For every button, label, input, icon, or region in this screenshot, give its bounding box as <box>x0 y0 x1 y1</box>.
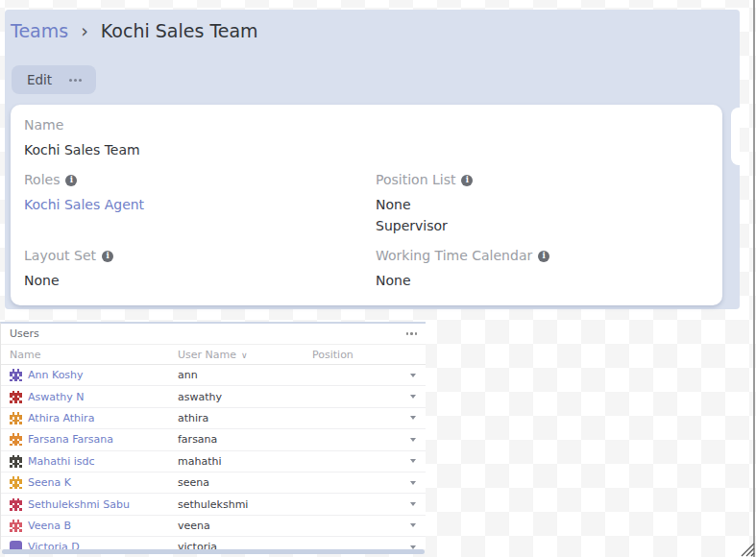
avatar <box>10 433 22 446</box>
roles-field-label: Roles <box>24 172 60 188</box>
username-cell: sethulekshmi <box>178 498 312 511</box>
role-link[interactable]: Kochi Sales Agent <box>24 197 144 212</box>
row-dropdown-caret-icon[interactable] <box>410 395 416 399</box>
avatar <box>10 541 22 549</box>
user-name-cell: Farsana Farsana <box>10 433 178 446</box>
page-title: Kochi Sales Team <box>101 20 258 41</box>
users-table-header: Name User Name∨ Position <box>1 345 426 365</box>
table-row: Athira Athiraathira <box>1 408 426 429</box>
row-dropdown-caret-icon[interactable] <box>410 374 416 377</box>
username-cell: ann <box>178 369 312 381</box>
user-link[interactable]: Sethulekshmi Sabu <box>28 498 130 511</box>
row-dropdown-caret-icon[interactable] <box>410 459 416 463</box>
user-link[interactable]: Victoria D <box>28 541 80 549</box>
user-link[interactable]: Seena K <box>28 476 71 489</box>
avatar <box>10 369 22 381</box>
sort-caret-icon: ∨ <box>241 351 248 360</box>
record-detail-panel: Name Kochi Sales Team Roles i Kochi Sale… <box>11 105 722 305</box>
record-action-buttons: Edit <box>12 65 96 94</box>
table-row: Ann Koshyann <box>1 365 426 386</box>
record-header-area: Teams › Kochi Sales Team Edit Name Kochi… <box>5 10 740 309</box>
field-layout-set: Layout Set i None <box>24 248 376 291</box>
position-list-field-label: Position List <box>376 172 455 188</box>
column-header-position[interactable]: Position <box>312 349 401 361</box>
username-cell: mahathi <box>178 455 312 468</box>
position-list-value-none: None <box>376 194 703 215</box>
users-panel-header: Users <box>1 324 426 345</box>
table-row: Aswathy Naswathy <box>1 386 426 407</box>
position-list-value-supervisor: Supervisor <box>376 215 703 236</box>
field-working-time-calendar: Working Time Calendar i None <box>376 248 703 291</box>
users-panel-title: Users <box>10 327 39 340</box>
row-dropdown-caret-icon[interactable] <box>410 502 416 506</box>
user-link[interactable]: Athira Athira <box>28 412 94 424</box>
table-row: Sethulekshmi Sabusethulekshmi <box>1 494 426 515</box>
user-link[interactable]: Veena B <box>28 520 71 532</box>
users-table-body: Ann KoshyannAswathy NaswathyAthira Athir… <box>1 365 426 549</box>
username-cell: athira <box>178 412 312 424</box>
layout-set-field-label: Layout Set <box>24 248 96 264</box>
edit-button[interactable]: Edit <box>12 65 61 94</box>
user-link[interactable]: Mahathi isdc <box>28 455 95 468</box>
field-position-list: Position List i None Supervisor <box>376 172 703 236</box>
username-cell: victoria <box>178 541 312 549</box>
table-row: Veena Bveena <box>1 516 426 537</box>
breadcrumb-teams-link[interactable]: Teams <box>11 20 68 41</box>
avatar <box>10 412 22 424</box>
column-header-username[interactable]: User Name∨ <box>178 349 312 361</box>
username-cell: aswathy <box>178 391 312 403</box>
avatar <box>10 391 22 403</box>
user-name-cell: Aswathy N <box>10 391 178 403</box>
breadcrumb-separator: › <box>81 20 88 41</box>
user-name-cell: Sethulekshmi Sabu <box>10 498 178 511</box>
info-icon[interactable]: i <box>65 175 77 186</box>
username-cell: veena <box>178 520 312 532</box>
more-actions-button[interactable] <box>61 65 96 94</box>
avatar <box>10 455 22 468</box>
resize-handle-icon[interactable] <box>738 540 755 557</box>
user-name-cell: Athira Athira <box>10 412 178 424</box>
user-name-cell: Ann Koshy <box>10 369 178 381</box>
horizontal-scrollbar[interactable] <box>2 549 425 554</box>
info-icon[interactable]: i <box>538 251 549 262</box>
field-name: Name Kochi Sales Team <box>24 117 376 160</box>
side-panel-tab[interactable] <box>731 108 740 165</box>
username-cell: farsana <box>178 433 312 446</box>
table-row: Seena Kseena <box>1 472 426 494</box>
user-name-cell: Mahathi isdc <box>10 455 178 468</box>
field-roles: Roles i Kochi Sales Agent <box>24 172 376 236</box>
table-row: Mahathi isdcmahathi <box>1 451 426 472</box>
avatar <box>10 476 22 489</box>
table-row: Farsana Farsanafarsana <box>1 429 426 450</box>
ellipsis-icon <box>69 79 82 82</box>
table-row: Victoria Dvictoria <box>1 537 426 549</box>
username-cell: seena <box>178 476 312 489</box>
name-field-label: Name <box>24 117 63 133</box>
row-dropdown-caret-icon[interactable] <box>410 523 416 527</box>
working-time-calendar-value: None <box>376 270 703 291</box>
avatar <box>10 498 22 511</box>
info-icon[interactable]: i <box>102 251 113 262</box>
row-dropdown-caret-icon[interactable] <box>410 481 416 485</box>
name-field-value: Kochi Sales Team <box>24 139 376 160</box>
working-time-calendar-field-label: Working Time Calendar <box>376 248 532 264</box>
column-header-name[interactable]: Name <box>10 349 178 361</box>
row-dropdown-caret-icon[interactable] <box>410 438 416 442</box>
user-link[interactable]: Aswathy N <box>28 391 85 403</box>
window-edge-border <box>753 0 755 557</box>
layout-set-value: None <box>24 270 376 291</box>
user-link[interactable]: Ann Koshy <box>28 369 84 381</box>
avatar <box>10 520 22 532</box>
info-icon[interactable]: i <box>461 175 473 186</box>
user-name-cell: Seena K <box>10 476 178 489</box>
row-dropdown-caret-icon[interactable] <box>410 416 416 420</box>
user-name-cell: Veena B <box>10 520 178 532</box>
user-name-cell: Victoria D <box>10 541 178 549</box>
user-link[interactable]: Farsana Farsana <box>28 433 113 446</box>
panel-menu-icon[interactable] <box>406 332 418 335</box>
breadcrumb: Teams › Kochi Sales Team <box>11 18 258 44</box>
users-panel: Users Name User Name∨ Position Ann Koshy… <box>0 322 426 549</box>
